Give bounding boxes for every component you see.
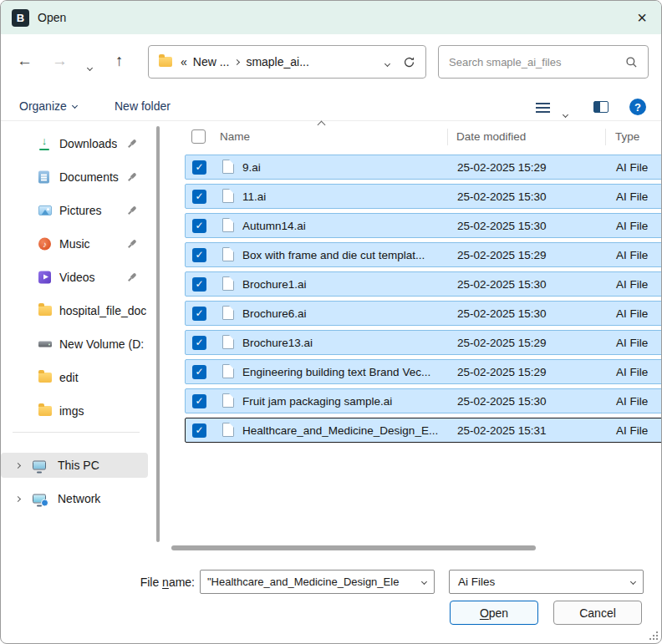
folder-icon — [38, 306, 52, 316]
pin-icon — [125, 204, 140, 218]
open-button[interactable]: Open — [450, 601, 538, 625]
close-button[interactable]: × — [623, 1, 661, 34]
column-type[interactable]: Type — [615, 130, 639, 143]
row-checkbox[interactable] — [192, 423, 206, 438]
horizontal-scrollbar[interactable] — [171, 545, 536, 550]
select-all-checkbox[interactable] — [191, 129, 206, 144]
sidebar-item-label: Downloads — [59, 137, 117, 150]
file-row[interactable]: Healthcare_and_Medicine_Design_E... 25-0… — [185, 418, 662, 443]
view-dropdown-button[interactable] — [563, 105, 568, 120]
sidebar-item[interactable]: Downloads — [1, 131, 151, 156]
back-button[interactable]: ← — [17, 53, 33, 68]
preview-pane-button[interactable] — [593, 101, 609, 113]
file-row[interactable]: Brochure1.ai 25-02-2025 15:30 AI File — [185, 271, 662, 297]
new-folder-button[interactable]: New folder — [115, 91, 171, 120]
sidebar-item-label: Pictures — [59, 204, 102, 217]
refresh-icon — [403, 56, 415, 68]
sidebar-tree-item[interactable]: This PC — [1, 453, 148, 478]
open-dialog: B Open × ← → ↑ « New ... smaple_ai... Or… — [0, 0, 662, 644]
recent-locations-button[interactable] — [88, 58, 92, 74]
breadcrumb-item-parent[interactable]: New ... — [193, 55, 230, 68]
file-row[interactable]: Brochure13.ai 25-02-2025 15:29 AI File — [185, 330, 662, 355]
breadcrumb-overflow[interactable]: « — [181, 55, 187, 68]
sidebar-item[interactable]: Documents — [1, 165, 151, 190]
row-checkbox[interactable] — [192, 307, 206, 321]
file-name-combobox[interactable] — [200, 570, 435, 594]
file-type: AI File — [616, 395, 648, 408]
sidebar-item-label: edit — [59, 371, 79, 384]
file-name-input[interactable] — [201, 576, 422, 588]
row-checkbox[interactable] — [192, 394, 206, 408]
file-row[interactable]: Engineering building text Brand Vec... 2… — [185, 359, 662, 384]
chevron-down-icon[interactable] — [421, 579, 427, 585]
file-type: AI File — [616, 278, 648, 291]
row-checkbox[interactable] — [192, 190, 206, 204]
file-row[interactable]: 11.ai 25-02-2025 15:30 AI File — [185, 184, 662, 209]
organize-button[interactable]: Organize — [19, 91, 77, 120]
sidebar-item-label: New Volume (D: — [59, 337, 144, 351]
address-dropdown-button[interactable] — [385, 55, 390, 68]
computer-icon — [33, 461, 46, 470]
file-date-modified: 25-02-2025 15:30 — [457, 190, 547, 203]
help-button[interactable]: ? — [629, 99, 646, 115]
file-date-modified: 25-02-2025 15:29 — [457, 161, 547, 174]
file-type-select[interactable]: Ai Files — [449, 570, 644, 594]
file-name: 9.ai — [242, 161, 261, 174]
row-checkbox[interactable] — [192, 336, 206, 350]
file-name: Brochure13.ai — [242, 337, 313, 349]
file-row[interactable]: Box with frame and die cut templat... 25… — [185, 242, 662, 267]
refresh-button[interactable] — [403, 56, 415, 68]
breadcrumb-item-current[interactable]: smaple_ai... — [246, 55, 308, 68]
file-icon — [222, 218, 234, 232]
address-bar[interactable]: « New ... smaple_ai... — [148, 45, 426, 79]
row-checkbox[interactable] — [192, 365, 206, 379]
sidebar-item[interactable]: edit — [1, 365, 151, 390]
column-date-modified[interactable]: Date modified — [456, 130, 526, 143]
file-date-modified: 25-02-2025 15:31 — [457, 424, 547, 437]
file-row[interactable]: 9.ai 25-02-2025 15:29 AI File — [185, 155, 662, 180]
sidebar-item[interactable]: Music — [1, 231, 151, 256]
column-divider[interactable] — [447, 129, 448, 145]
column-name[interactable]: Name — [220, 130, 250, 143]
tree-item-label: This PC — [58, 459, 99, 472]
folder-icon — [159, 57, 172, 67]
vertical-scrollbar[interactable] — [156, 126, 160, 542]
organize-label: Organize — [19, 99, 67, 113]
chevron-right-icon[interactable] — [15, 462, 21, 468]
view-mode-button[interactable] — [536, 103, 550, 113]
file-icon — [222, 423, 234, 437]
sidebar-tree-item[interactable]: Network — [1, 486, 148, 511]
chevron-right-icon — [234, 58, 240, 64]
search-input[interactable] — [449, 56, 625, 68]
up-button[interactable]: ↑ — [115, 53, 124, 68]
tree-item-label: Network — [58, 492, 100, 505]
sidebar-item[interactable]: Videos — [1, 265, 151, 290]
file-type: AI File — [616, 249, 648, 261]
row-checkbox[interactable] — [192, 160, 206, 175]
row-checkbox[interactable] — [192, 277, 206, 292]
sort-ascending-icon — [318, 121, 326, 129]
cancel-button[interactable]: Cancel — [553, 601, 642, 625]
file-row[interactable]: Fruit jam packaging sample.ai 25-02-2025… — [185, 388, 662, 413]
sidebar-item-label: Videos — [59, 271, 95, 284]
sidebar-item[interactable]: hospital_file_doc — [1, 298, 151, 323]
sidebar-item[interactable]: New Volume (D: — [1, 332, 151, 357]
resize-grip-icon[interactable] — [648, 630, 658, 640]
column-divider[interactable] — [605, 129, 606, 145]
forward-button[interactable]: → — [52, 53, 68, 68]
search-box[interactable] — [438, 45, 649, 79]
pin-icon — [125, 237, 140, 251]
sidebar-item[interactable]: Pictures — [1, 198, 151, 223]
chevron-down-icon — [72, 103, 78, 109]
file-icon — [222, 335, 234, 349]
command-bar: Organize New folder — [1, 91, 661, 121]
sidebar-item[interactable]: imgs — [1, 398, 151, 423]
file-row[interactable]: Brochure6.ai 25-02-2025 15:30 AI File — [185, 301, 662, 326]
file-name: Healthcare_and_Medicine_Design_E... — [242, 424, 438, 437]
file-row[interactable]: Autumn14.ai 25-02-2025 15:30 AI File — [185, 213, 662, 238]
search-icon — [625, 56, 638, 68]
row-checkbox[interactable] — [192, 248, 206, 262]
row-checkbox[interactable] — [192, 219, 206, 233]
chevron-right-icon[interactable] — [15, 495, 21, 501]
file-name: Engineering building text Brand Vec... — [242, 366, 430, 378]
